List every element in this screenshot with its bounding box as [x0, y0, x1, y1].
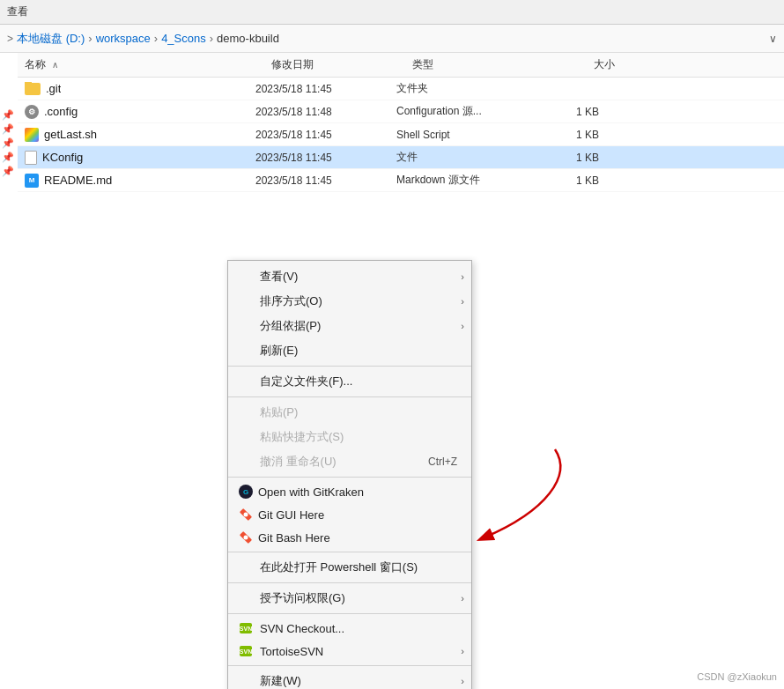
file-name-cell: KConfig	[25, 151, 255, 165]
submenu-arrow-icon: ›	[461, 646, 464, 656]
breadcrumb-prefix: >	[7, 33, 13, 45]
breadcrumb-dropdown-arrow[interactable]: ∨	[769, 33, 777, 45]
breadcrumb-bar: > 本地磁盘 (D:) › workspace › 4_Scons › demo…	[0, 25, 784, 53]
menu-item-6: 粘贴快捷方式(S)	[228, 425, 471, 449]
file-size: 1 KB	[529, 106, 599, 118]
menu-separator	[228, 366, 471, 367]
no-icon	[239, 674, 255, 688]
menu-item-label: 在此处打开 Powershell 窗口(S)	[260, 559, 418, 575]
menu-item-label: 粘贴快捷方式(S)	[260, 429, 344, 445]
config-icon: ⚙	[25, 105, 39, 119]
breadcrumb-sep-1: ›	[154, 32, 158, 45]
watermark: CSDN @zXiaokun	[697, 671, 777, 682]
no-icon	[239, 374, 255, 389]
svn-icon: SVN	[239, 644, 255, 658]
context-menu: 查看(V)›排序方式(O)›分组依据(P)›刷新(E)自定义文件夹(F)...粘…	[227, 260, 472, 689]
menu-shortcut: Ctrl+Z	[428, 456, 457, 468]
col-header-name[interactable]: 名称 ∧	[25, 57, 271, 72]
submenu-arrow-icon: ›	[461, 676, 464, 686]
menu-item-label: 粘贴(P)	[260, 404, 298, 420]
file-explorer: 📌 📌 📌 📌 📌 名称 ∧ 修改日期 类型 大小 .git 2023/5/18…	[0, 53, 784, 689]
menu-item-1[interactable]: 排序方式(O)›	[228, 289, 471, 314]
file-size: 1 KB	[529, 129, 599, 141]
menu-item-7: 撤消 重命名(U)Ctrl+Z	[228, 449, 471, 474]
breadcrumb-sep-0: ›	[88, 32, 92, 45]
submenu-arrow-icon: ›	[461, 271, 464, 282]
table-row[interactable]: M README.md 2023/5/18 11:45 Markdown 源文件…	[18, 169, 784, 192]
svnco-icon: SVN	[239, 621, 255, 635]
file-size: 1 KB	[529, 174, 599, 187]
gitkraken-icon	[239, 485, 253, 499]
menu-item-label: 查看(V)	[260, 269, 298, 285]
col-header-type[interactable]: 类型	[412, 57, 544, 72]
file-name: README.md	[44, 174, 112, 187]
submenu-arrow-icon: ›	[461, 593, 464, 604]
table-row[interactable]: getLast.sh 2023/5/18 11:45 Shell Script …	[18, 123, 784, 146]
breadcrumb-item-2[interactable]: 4_Scons	[161, 32, 206, 45]
menu-item-5: 粘贴(P)	[228, 400, 471, 425]
git-icon	[239, 530, 253, 545]
pin-icon-2[interactable]: 📌	[2, 123, 12, 134]
pin-icon-5[interactable]: 📌	[2, 166, 12, 176]
file-name-cell: getLast.sh	[25, 128, 255, 142]
menu-separator	[228, 582, 471, 583]
menu-item-14[interactable]: SVN TortoiseSVN›	[228, 640, 471, 663]
svg-point-1	[244, 513, 248, 517]
col-header-size[interactable]: 大小	[544, 57, 615, 72]
top-bar: 查看	[0, 0, 784, 25]
menu-item-label: 自定义文件夹(F)...	[260, 374, 352, 389]
menu-item-11[interactable]: 在此处打开 Powershell 窗口(S)	[228, 555, 471, 580]
file-date: 2023/5/18 11:45	[255, 83, 396, 95]
file-name: KConfig	[42, 151, 83, 164]
no-icon	[239, 319, 255, 333]
main-layout: 查看 > 本地磁盘 (D:) › workspace › 4_Scons › d…	[0, 0, 784, 689]
menu-item-9[interactable]: Git GUI Here	[228, 503, 471, 526]
left-panel: 📌 📌 📌 📌 📌	[0, 106, 14, 180]
table-row[interactable]: ⚙ .config 2023/5/18 11:48 Configuration …	[18, 100, 784, 123]
file-type: Configuration 源...	[396, 104, 529, 119]
menu-item-15[interactable]: 新建(W)›	[228, 669, 471, 689]
menu-item-label: 刷新(E)	[260, 343, 298, 359]
sort-arrow-icon: ∧	[52, 60, 58, 70]
breadcrumb-current: demo-kbuild	[217, 32, 279, 45]
menu-item-3[interactable]: 刷新(E)	[228, 338, 471, 363]
file-name-cell: ⚙ .config	[25, 105, 255, 119]
file-type: 文件夹	[396, 81, 529, 96]
no-icon	[239, 270, 255, 284]
no-icon	[239, 294, 255, 308]
file-type: Shell Script	[396, 129, 529, 141]
file-name: getLast.sh	[44, 128, 97, 141]
menu-item-label: 撤消 重命名(U)	[260, 454, 337, 470]
pin-icon-4[interactable]: 📌	[2, 152, 12, 162]
menu-item-label: TortoiseSVN	[260, 645, 323, 658]
menu-separator	[228, 396, 471, 397]
file-name-cell: .git	[25, 82, 255, 95]
menu-item-4[interactable]: 自定义文件夹(F)...	[228, 369, 471, 394]
file-size: 1 KB	[529, 152, 599, 164]
menu-item-0[interactable]: 查看(V)›	[228, 264, 471, 289]
menu-item-13[interactable]: SVN SVN Checkout...	[228, 617, 471, 640]
submenu-arrow-icon: ›	[461, 321, 464, 331]
menu-item-8[interactable]: Open with GitKraken	[228, 480, 471, 503]
file-date: 2023/5/18 11:45	[255, 174, 396, 187]
breadcrumb-item-0[interactable]: 本地磁盘 (D:)	[17, 31, 85, 47]
menu-item-12[interactable]: 授予访问权限(G)›	[228, 586, 471, 611]
submenu-arrow-icon: ›	[461, 296, 464, 307]
menu-item-label: 新建(W)	[260, 673, 301, 689]
svg-point-3	[244, 536, 248, 540]
pin-icon-3[interactable]: 📌	[2, 137, 12, 148]
table-row[interactable]: KConfig 2023/5/18 11:45 文件 1 KB	[18, 146, 784, 169]
file-name: .config	[44, 105, 78, 118]
pin-icon-1[interactable]: 📌	[2, 109, 12, 120]
breadcrumb-sep-2: ›	[210, 32, 213, 45]
no-icon	[239, 405, 255, 419]
menu-item-label: 授予访问权限(G)	[260, 590, 345, 606]
menu-item-2[interactable]: 分组依据(P)›	[228, 314, 471, 338]
col-header-date[interactable]: 修改日期	[271, 57, 412, 72]
table-row[interactable]: .git 2023/5/18 11:45 文件夹	[18, 78, 784, 100]
breadcrumb-item-1[interactable]: workspace	[96, 32, 151, 45]
kconfig-icon	[25, 151, 37, 165]
menu-separator	[228, 613, 471, 614]
menu-item-10[interactable]: Git Bash Here	[228, 526, 471, 549]
folder-icon	[25, 83, 41, 95]
